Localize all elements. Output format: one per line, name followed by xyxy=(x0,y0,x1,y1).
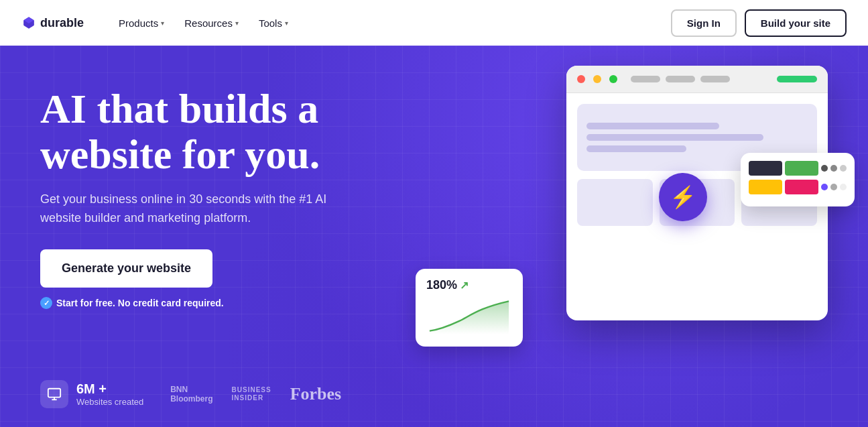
durable-logo-icon xyxy=(21,15,36,30)
monitor-icon xyxy=(40,380,68,408)
hero-subtitle: Get your business online in 30 seconds w… xyxy=(40,190,335,228)
svg-rect-0 xyxy=(48,389,60,398)
browser-titlebar xyxy=(566,66,828,93)
nav-bar-3 xyxy=(700,76,730,82)
dot-yellow xyxy=(593,75,601,83)
palette-row-1 xyxy=(749,161,847,176)
free-text-label: Start for free. No credit card required. xyxy=(56,298,224,308)
nav-bar-1 xyxy=(631,76,660,82)
browser-line-1 xyxy=(586,123,719,129)
dot-1 xyxy=(821,165,828,172)
swatch-dark xyxy=(749,161,782,176)
browser-line-3 xyxy=(586,145,686,152)
stat-text: 6M + Websites created xyxy=(76,381,143,407)
dot-5 xyxy=(830,184,837,190)
press-logos: BNNBloomberg BUSINESSINSIDER Forbes xyxy=(170,383,341,404)
generate-button[interactable]: Generate your website xyxy=(40,249,212,288)
browser-card-1 xyxy=(577,179,653,226)
forbes-logo: Forbes xyxy=(290,383,342,404)
dot-3 xyxy=(840,165,847,172)
growth-stats-card: 180% ↗ xyxy=(416,269,523,347)
swatch-pink xyxy=(785,180,818,194)
nav-tools[interactable]: Tools ▾ xyxy=(251,12,296,34)
stat-number: 6M + xyxy=(76,381,143,397)
nav-resources[interactable]: Resources ▾ xyxy=(176,12,247,34)
growth-chart xyxy=(426,298,512,334)
swatch-yellow xyxy=(749,180,782,194)
dot-green xyxy=(609,75,617,83)
browser-nav-bars xyxy=(631,76,730,82)
hero-stats-bar: 6M + Websites created BNNBloomberg BUSIN… xyxy=(40,380,341,408)
nav-products-label: Products xyxy=(119,17,158,29)
check-icon: ✓ xyxy=(40,297,52,309)
nav-tools-label: Tools xyxy=(259,17,282,29)
websites-stat: 6M + Websites created xyxy=(40,380,143,408)
nav-resources-label: Resources xyxy=(184,17,233,29)
nav-tools-chevron: ▾ xyxy=(285,19,288,27)
hero-title: AI that builds a website for you. xyxy=(40,86,389,177)
dot-4 xyxy=(821,184,828,190)
stat-label: Websites created xyxy=(76,397,143,407)
logo-text: durable xyxy=(40,16,84,30)
swatch-green xyxy=(785,161,818,176)
lightning-icon: ⚡ xyxy=(670,184,696,210)
nav-resources-chevron: ▾ xyxy=(235,19,239,27)
nav-bar-cta xyxy=(777,76,817,82)
stats-arrow-icon: ↗ xyxy=(460,279,469,292)
nav-products[interactable]: Products ▾ xyxy=(111,12,172,34)
nav-links: Products ▾ Resources ▾ Tools ▾ xyxy=(111,12,671,34)
logo[interactable]: durable xyxy=(21,15,84,30)
stats-value: 180% ↗ xyxy=(426,278,512,292)
business-insider-logo: BUSINESSINSIDER xyxy=(232,386,271,402)
bnn-bloomberg-logo: BNNBloomberg xyxy=(170,385,212,404)
nav-products-chevron: ▾ xyxy=(161,19,164,27)
nav-actions: Sign In Build your site xyxy=(671,9,847,37)
palette-row-2 xyxy=(749,180,847,194)
navbar: durable Products ▾ Resources ▾ Tools ▾ S… xyxy=(0,0,868,46)
build-button[interactable]: Build your site xyxy=(745,9,847,37)
signin-button[interactable]: Sign In xyxy=(671,9,737,37)
dot-2 xyxy=(830,165,837,172)
hero-content: AI that builds a website for you. Get yo… xyxy=(0,46,389,309)
dot-6 xyxy=(840,184,847,190)
dot-red xyxy=(577,75,585,83)
color-palette-card xyxy=(741,153,855,206)
hero-free-note: ✓ Start for free. No credit card require… xyxy=(40,297,389,309)
nav-bar-2 xyxy=(666,76,695,82)
stats-percent: 180% xyxy=(426,278,457,292)
lightning-circle: ⚡ xyxy=(659,173,707,221)
hero-section: AI that builds a website for you. Get yo… xyxy=(0,46,868,427)
browser-line-2 xyxy=(586,134,763,141)
